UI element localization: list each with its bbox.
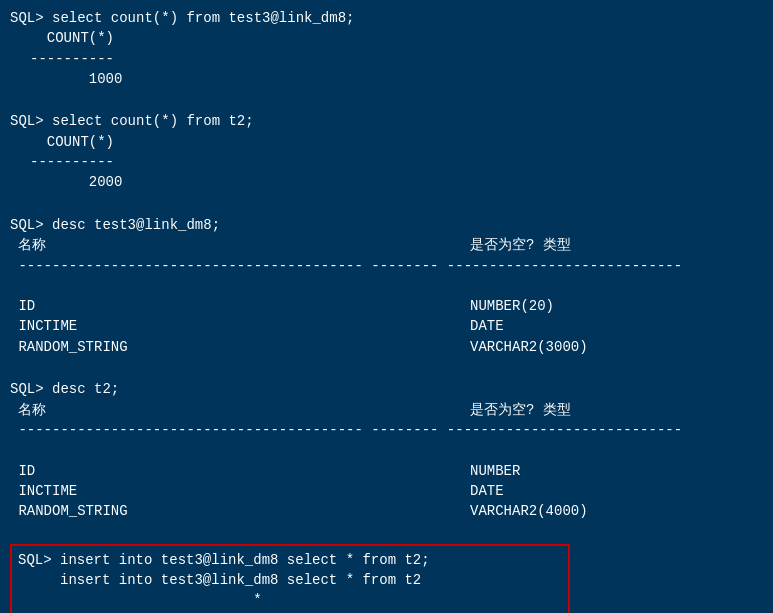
desc-row-inctime-link: INCTIME DATE xyxy=(10,316,763,336)
desc-col2-header-link: 是否为空? 类型 xyxy=(470,235,571,255)
block-desc-link: SQL> desc test3@link_dm8; 名称 是否为空? 类型 --… xyxy=(10,215,763,357)
desc-name-random-link: RANDOM_STRING xyxy=(10,337,470,357)
count-value-1: 1000 xyxy=(10,69,763,89)
desc-col1-header-link: 名称 xyxy=(10,235,350,255)
desc-type-random-link: VARCHAR2(3000) xyxy=(470,337,588,357)
desc-separator-link: ----------------------------------------… xyxy=(10,256,763,276)
blank-1 xyxy=(10,91,763,111)
count-header-2: COUNT(*) xyxy=(10,132,763,152)
terminal: SQL> select count(*) from test3@link_dm8… xyxy=(0,0,773,613)
desc-name-id-t2: ID xyxy=(10,461,470,481)
blank-4 xyxy=(10,523,763,543)
desc-col1-header-t2: 名称 xyxy=(10,400,350,420)
desc-name-random-t2: RANDOM_STRING xyxy=(10,501,470,521)
desc-type-inctime-t2: DATE xyxy=(470,481,504,501)
sql-prompt-2: SQL> select count(*) from t2; xyxy=(10,111,763,131)
sql-prompt-insert-1: SQL> insert into test3@link_dm8 select *… xyxy=(18,550,562,570)
desc-type-random-t2: VARCHAR2(4000) xyxy=(470,501,588,521)
desc-type-inctime-link: DATE xyxy=(470,316,504,336)
blank-3 xyxy=(10,359,763,379)
desc-col2-header-t2: 是否为空? 类型 xyxy=(470,400,571,420)
desc-header-t2: 名称 是否为空? 类型 xyxy=(10,400,763,420)
desc-row-random-t2: RANDOM_STRING VARCHAR2(4000) xyxy=(10,501,763,521)
desc-row-random-link: RANDOM_STRING VARCHAR2(3000) xyxy=(10,337,763,357)
block-select-count-link: SQL> select count(*) from test3@link_dm8… xyxy=(10,8,763,89)
block-insert-error: SQL> insert into test3@link_dm8 select *… xyxy=(10,544,570,613)
blank-desc-link xyxy=(10,276,763,296)
count-header-1: COUNT(*) xyxy=(10,28,763,48)
sql-prompt-1: SQL> select count(*) from test3@link_dm8… xyxy=(10,8,763,28)
desc-name-id-link: ID xyxy=(10,296,470,316)
desc-type-id-link: NUMBER(20) xyxy=(470,296,554,316)
desc-row-id-link: ID NUMBER(20) xyxy=(10,296,763,316)
sql-prompt-3: SQL> desc test3@link_dm8; xyxy=(10,215,763,235)
block-select-count-t2: SQL> select count(*) from t2; COUNT(*) -… xyxy=(10,111,763,192)
count-value-2: 2000 xyxy=(10,172,763,192)
sql-prompt-insert-2: insert into test3@link_dm8 select * from… xyxy=(18,570,562,590)
error-pointer: * xyxy=(18,590,562,610)
count-separator-2: ---------- xyxy=(10,152,763,172)
desc-row-inctime-t2: INCTIME DATE xyxy=(10,481,763,501)
count-separator-1: ---------- xyxy=(10,49,763,69)
desc-type-id-t2: NUMBER xyxy=(470,461,520,481)
blank-2 xyxy=(10,195,763,215)
blank-desc-t2 xyxy=(10,440,763,460)
desc-name-inctime-link: INCTIME xyxy=(10,316,470,336)
desc-row-id-t2: ID NUMBER xyxy=(10,461,763,481)
block-desc-t2: SQL> desc t2; 名称 是否为空? 类型 --------------… xyxy=(10,379,763,521)
desc-name-inctime-t2: INCTIME xyxy=(10,481,470,501)
desc-header-link: 名称 是否为空? 类型 xyxy=(10,235,763,255)
desc-separator-t2: ----------------------------------------… xyxy=(10,420,763,440)
sql-prompt-4: SQL> desc t2; xyxy=(10,379,763,399)
